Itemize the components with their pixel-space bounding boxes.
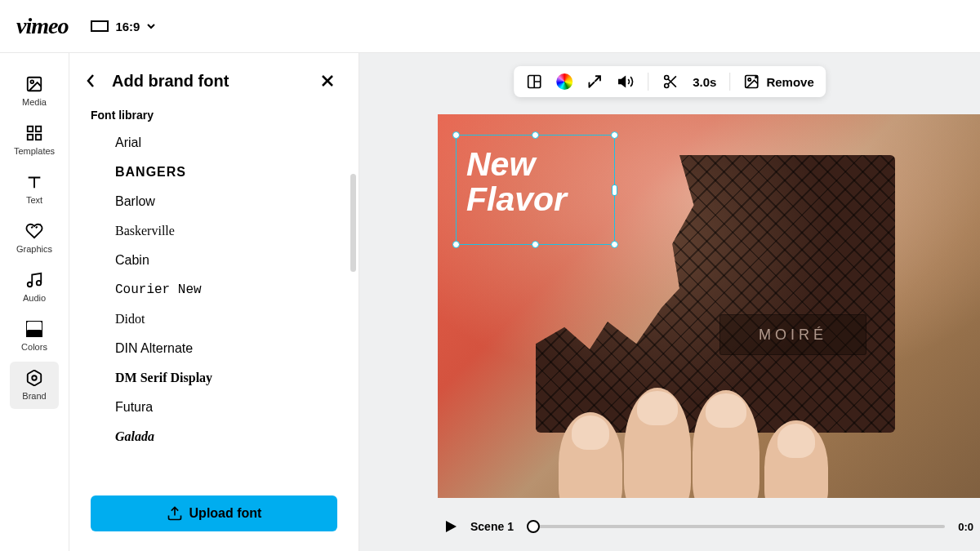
sidebar-item-colors[interactable]: Colors [10,313,59,360]
sidebar-label: Brand [22,391,46,401]
font-item[interactable]: Baskerville [91,216,337,246]
play-button[interactable] [444,520,457,533]
resize-handle[interactable] [532,241,539,248]
svg-rect-2 [28,127,33,131]
audio-icon [24,270,44,290]
svg-point-6 [28,282,33,287]
layout-button[interactable] [525,73,543,91]
playhead[interactable] [527,520,540,533]
fullscreen-button[interactable] [586,73,604,91]
product-label: MOIRÉ [719,314,866,355]
svg-point-20 [748,78,751,81]
svg-point-1 [30,80,33,83]
remove-label: Remove [766,75,813,89]
font-item[interactable]: Barlow [91,187,337,216]
sidebar-label: Templates [14,146,55,156]
font-item[interactable]: Arial [91,128,337,158]
resize-handle[interactable] [452,131,460,139]
sidebar-label: Audio [23,293,46,303]
volume-button[interactable] [617,73,635,91]
sidebar-item-graphics[interactable]: Graphics [10,215,59,262]
font-library-header: Font library [69,109,359,128]
back-button[interactable] [81,71,100,91]
sidebar-item-media[interactable]: Media [10,68,59,115]
font-item[interactable]: Futura [91,393,337,422]
svg-rect-9 [26,330,42,337]
font-item[interactable]: DM Serif Display [91,363,337,393]
sidebar-label: Colors [21,342,47,352]
trim-button[interactable] [662,73,679,91]
font-item[interactable]: BANGERS [91,158,337,187]
canvas-toolbar: 3.0s Remove [514,66,826,97]
resize-handle[interactable] [612,184,617,196]
svg-point-7 [37,281,42,286]
close-button[interactable] [318,71,337,91]
text-icon [24,172,44,192]
svg-point-10 [32,375,37,380]
sidebar-label: Text [26,195,42,205]
font-item[interactable]: Galada [91,422,337,451]
canvas-area: 3.0s Remove MOIRÉ New Flavo [359,53,980,551]
timeline: Scene 1 0:0 [438,510,980,543]
upload-font-button[interactable]: Upload font [91,495,337,531]
svg-rect-3 [36,127,41,131]
media-icon [24,74,44,94]
upload-label: Upload font [189,506,262,521]
scene-label: Scene 1 [470,520,514,533]
aspect-label: 16:9 [115,20,140,33]
remove-icon [743,73,760,90]
resize-handle[interactable] [611,131,618,139]
sidebar-item-templates[interactable]: Templates [10,117,59,164]
font-list[interactable]: ArialBANGERSBarlowBaskervilleCabinCourie… [69,128,359,484]
sidebar-item-text[interactable]: Text [10,166,59,213]
font-item[interactable]: Didot [91,304,337,334]
sidebar-label: Graphics [16,244,52,254]
duration-label: 3.0s [693,75,716,89]
color-picker-button[interactable] [556,73,572,90]
sidebar-label: Media [22,97,47,107]
scrollbar[interactable] [350,174,356,272]
sidebar: Media Templates Text Graphics Audio [0,53,69,551]
remove-button[interactable]: Remove [743,73,813,90]
time-end: 0:0 [958,521,973,533]
chevron-down-icon [146,21,156,31]
brand-icon [24,368,44,388]
panel-title: Add brand font [112,72,306,91]
svg-rect-5 [36,135,41,140]
text-selection[interactable]: New Flavor [456,135,615,245]
sidebar-item-audio[interactable]: Audio [10,264,59,311]
templates-icon [24,123,44,143]
font-item[interactable]: Courier New [91,275,337,304]
svg-marker-21 [446,521,457,532]
sidebar-item-brand[interactable]: Brand [10,362,59,409]
font-item[interactable]: DIN Alternate [91,334,337,363]
font-item[interactable]: Cabin [91,246,337,275]
resize-handle[interactable] [532,131,539,139]
vimeo-logo: vimeo [16,13,68,39]
graphics-icon [24,221,44,241]
aspect-icon [91,20,109,32]
video-preview[interactable]: MOIRÉ New Flavor [438,114,980,498]
svg-marker-14 [619,77,626,87]
resize-handle[interactable] [611,241,618,248]
svg-rect-4 [28,135,33,140]
resize-handle[interactable] [452,241,460,248]
brand-font-panel: Add brand font Font library ArialBANGERS… [69,53,359,551]
aspect-ratio-selector[interactable]: 16:9 [91,20,156,33]
colors-icon [24,319,44,339]
canvas-text[interactable]: New Flavor [457,136,614,229]
timeline-track[interactable] [527,525,945,528]
upload-icon [167,505,183,522]
